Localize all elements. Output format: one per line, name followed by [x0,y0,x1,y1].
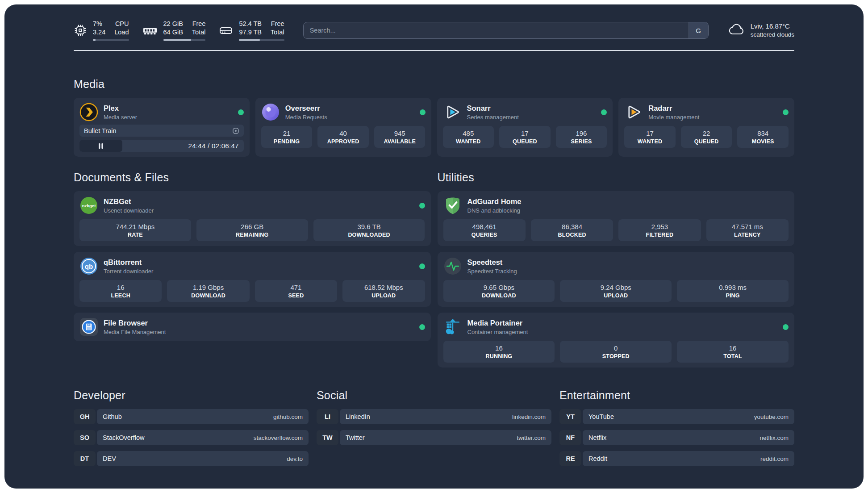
section-entertainment: Entertainment YT YouTube youtube.com NF … [559,389,794,466]
memory-progress-fill [163,39,192,41]
memory-stat-body: 22 GiB 64 GiB Free Total [163,20,206,41]
service-card-filebrowser[interactable]: File Browser Media File Management [74,313,431,341]
stat-value: 196 [558,130,605,137]
link-url: dev.to [287,455,303,462]
pause-button[interactable] [79,140,122,152]
section-media: Media Plex Media server [74,78,794,157]
webcam-icon [232,127,239,134]
middle-columns: Documents & Files nzbget NZBGet Usenet d [74,171,794,368]
stat-label: DOWNLOAD [169,292,247,299]
stat-value: 9.24 Gbps [562,284,670,291]
link-abbr: DT [74,451,96,466]
stat-series: 196 SERIES [556,126,607,148]
stat-queries: 498,461 QUERIES [443,219,526,241]
search-bar: G [303,22,709,39]
link-netflix[interactable]: NF Netflix netflix.com [559,430,794,445]
cpu-icon [74,24,87,37]
link-reddit[interactable]: RE Reddit reddit.com [559,451,794,466]
service-title: Overseerr [285,104,327,113]
section-title-entertainment: Entertainment [559,389,794,402]
service-card-sonarr[interactable]: Sonarr Series management 485 WANTED 17 Q… [437,98,613,157]
cloud-icon [727,22,745,38]
service-title: Sonarr [467,104,519,113]
disk-progress-fill [239,39,260,41]
stat-seed: 471 SEED [255,280,337,302]
service-card-portainer[interactable]: Media Portainer Container management 16 … [438,313,795,368]
link-youtube[interactable]: YT YouTube youtube.com [559,409,794,424]
link-url: github.com [273,414,303,420]
link-abbr: NF [559,430,581,445]
stat-value: 471 [257,284,335,291]
stat-label: FILTERED [620,232,699,238]
service-card-overseerr[interactable]: Overseerr Media Requests 21 PENDING 40 A… [255,98,431,157]
service-card-radarr[interactable]: Radarr Movie management 17 WANTED 22 QUE… [618,98,794,157]
stat-label: RUNNING [445,353,553,359]
stat-value: 16 [81,284,160,291]
stat-value: 485 [445,130,492,137]
stat-label: AVAILABLE [376,138,424,145]
link-bar: YouTube youtube.com [583,409,794,424]
link-linkedin[interactable]: LI LinkedIn linkedin.com [317,409,551,424]
memory-icon [142,24,158,37]
search-input[interactable] [304,22,689,38]
stat-label: SERIES [558,138,605,145]
stat-label: UPLOAD [344,292,423,299]
service-card-adguard[interactable]: AdGuard Home DNS and adblocking 498,461 … [438,191,795,246]
link-bar: Reddit reddit.com [583,451,794,466]
link-url: youtube.com [754,414,789,420]
service-card-plex[interactable]: Plex Media server Bullet Train [74,98,250,157]
link-bar: LinkedIn linkedin.com [340,409,551,424]
cpu-stat: 7% 3.24 CPU Load [74,20,129,41]
link-abbr: TW [317,430,338,445]
section-title-developer: Developer [74,389,309,402]
stat-value: 744.21 Mbps [81,223,189,230]
stat-remaining: 266 GB REMAINING [196,219,308,241]
nzbget-icon: nzbget [79,196,98,215]
stat-value: 945 [376,130,424,137]
link-twitter[interactable]: TW Twitter twitter.com [317,430,551,445]
status-online-dot [783,109,789,115]
link-url: twitter.com [517,435,546,441]
link-github[interactable]: GH Github github.com [74,409,309,424]
stat-approved: 40 APPROVED [317,126,369,148]
service-subtitle: Speedtest Tracking [467,268,517,275]
cpu-load-value: 3.24 [93,28,105,37]
stat-downloaded: 39.6 TB DOWNLOADED [313,219,425,241]
section-documents: Documents & Files nzbget NZBGet Usenet d [74,171,431,341]
stat-upload: 9.24 Gbps UPLOAD [560,280,672,302]
link-name: Github [103,413,122,420]
weather-condition: scattered clouds [751,31,794,39]
service-card-speedtest[interactable]: Speedtest Speedtest Tracking 9.65 Gbps D… [438,252,795,307]
filebrowser-icon [79,318,98,336]
dashboard-content: 7% 3.24 CPU Load [4,4,864,466]
service-subtitle: Media File Management [104,329,166,335]
weather-widget: Lviv, 16.87°C scattered clouds [727,22,794,39]
stat-label: QUEUED [501,138,549,145]
stat-value: 1.19 Gbps [169,284,247,291]
plex-icon [79,103,98,121]
stat-value: 9.65 Gbps [445,284,553,291]
header-divider [74,50,794,51]
link-name: YouTube [588,413,614,420]
memory-free-value: 22 GiB [163,20,183,28]
stat-queued: 22 QUEUED [681,126,732,148]
service-card-qbittorrent[interactable]: qb qBittorrent Torrent downloader 16 LEE… [74,252,431,307]
stat-label: APPROVED [319,138,367,145]
link-stackoverflow[interactable]: SO StackOverflow stackoverflow.com [74,430,309,445]
disk-total-value: 97.9 TB [239,28,262,37]
stat-value: 86,384 [533,223,611,230]
link-name: Reddit [588,455,607,462]
service-card-nzbget[interactable]: nzbget NZBGet Usenet downloader 744.21 M… [74,191,431,246]
link-url: linkedin.com [512,414,546,420]
section-title-documents: Documents & Files [74,171,431,184]
playback-time: 24:44 / 02:06:47 [188,142,244,150]
stat-wanted: 485 WANTED [443,126,494,148]
now-playing-title: Bullet Train [84,127,117,134]
cpu-progress-track [93,39,129,41]
search-engine-button[interactable]: G [689,22,708,38]
status-online-dot [601,109,607,115]
section-title-utilities: Utilities [438,171,795,184]
stat-label: LATENCY [708,232,787,238]
link-dev[interactable]: DT DEV dev.to [74,451,309,466]
top-bar: 7% 3.24 CPU Load [74,21,794,40]
